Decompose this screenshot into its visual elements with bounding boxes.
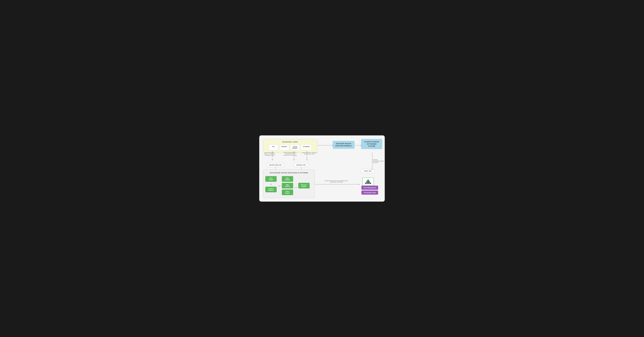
banking-core-box: BANKING CORE FIS FISERV JACKHENRY OTHERS bbox=[263, 139, 317, 153]
col-arrow-1 bbox=[270, 183, 272, 185]
arrow-down-icon bbox=[294, 159, 295, 161]
h-arrow-col1-col2 bbox=[278, 177, 280, 195]
h-arrow-col2-col3 bbox=[294, 180, 297, 195]
feature-platform-box: FeaturePlatform bbox=[265, 187, 277, 192]
platform-col1: DataStudio FeaturePlatform bbox=[265, 176, 277, 195]
arrow-down-icon bbox=[306, 159, 308, 161]
arrow-down-icon bbox=[272, 159, 273, 161]
banking-item-fis: FIS bbox=[269, 144, 278, 150]
client-fraud-title: CLIENT'S FRAUDACTIONINGSYSTEM bbox=[363, 141, 380, 147]
arrow-banking-to-rules bbox=[318, 145, 333, 146]
v-arrow-client-down bbox=[372, 152, 373, 170]
banking-item-fiserv: FISERV bbox=[279, 144, 289, 150]
existing-rules-title: EXISTING RULES/EXISTING MODELS bbox=[335, 143, 352, 147]
knowledge-graph-box: Knowledge Graph bbox=[362, 191, 378, 195]
monitor-screen bbox=[362, 178, 374, 186]
case-management-box: Case Management bbox=[362, 186, 378, 190]
platform-col3: DecisionEngine bbox=[298, 176, 310, 195]
banking-item-jackhenry: JACKHENRY bbox=[290, 144, 300, 150]
platform-col2: UMLModels SMLModels RulesEngine bbox=[282, 176, 293, 195]
detection-api-label: DETECTION API bbox=[269, 164, 282, 166]
label-labels-bl: LABELS, BL/WL UPDATES, ADDITIONAL INFO bbox=[301, 152, 318, 155]
arrow-right-icon bbox=[296, 187, 297, 188]
platform-box: DATAVISOR FRAUD DECISION PLATFORM DataSt… bbox=[263, 170, 315, 198]
post-api-label: POST API bbox=[364, 170, 372, 172]
sml-models-box: SMLModels bbox=[282, 183, 293, 188]
decision-engine-box: DecisionEngine bbox=[298, 183, 310, 188]
arrow-platform-right bbox=[315, 184, 360, 185]
label-review-decisions: REVIEW DECISIONS, BL/WL UPDATES bbox=[373, 159, 384, 163]
banking-item-others: OTHERS bbox=[301, 144, 312, 150]
banking-core-title: BANKING CORE bbox=[266, 141, 315, 143]
update-api-label: UPDATE API bbox=[296, 164, 306, 166]
arrow-down-icon bbox=[270, 184, 272, 185]
platform-inner: DataStudio FeaturePlatform UMLModels SML… bbox=[265, 176, 312, 195]
arrow-rules-to-client bbox=[355, 145, 362, 146]
svg-rect-4 bbox=[368, 181, 369, 183]
arrow-head-right-icon bbox=[332, 145, 333, 146]
uml-models-box: UMLModels bbox=[282, 176, 293, 182]
main-diagram: BANKING CORE FIS FISERV JACKHENRY OTHERS… bbox=[259, 135, 385, 202]
label-registrations: REGISTRATIONS, PROFILE UPDATES, TRANSACT… bbox=[262, 152, 277, 156]
data-studio-box: DataStudio bbox=[265, 176, 277, 182]
banking-core-items: FIS FISERV JACKHENRY OTHERS bbox=[266, 144, 315, 150]
update-api-box: UPDATE API bbox=[294, 163, 308, 167]
monitor-graphic bbox=[364, 179, 372, 184]
detection-api-box: DETECTION API bbox=[267, 163, 284, 167]
arrow-head-right-icon bbox=[361, 145, 362, 146]
rules-engine-box: RulesEngine bbox=[282, 189, 293, 195]
client-fraud-box: CLIENT'S FRAUDACTIONINGSYSTEM bbox=[361, 139, 382, 149]
label-detection-results: DETECTION RESULTS, ENHANCED DATA, ADVANC… bbox=[282, 152, 298, 156]
arrow-head-right-icon bbox=[359, 184, 360, 185]
arrow-right-icon bbox=[280, 185, 280, 187]
platform-title: DATAVISOR FRAUD DECISION PLATFORM bbox=[265, 172, 312, 174]
existing-rules-box: EXISTING RULES/EXISTING MODELS bbox=[333, 141, 354, 149]
arrow-down-icon bbox=[372, 169, 373, 170]
right-col: Case Management Knowledge Graph bbox=[362, 186, 378, 195]
label-detection-resuts: DETECTION RESUTS, ENHANCED DATA, ADVANCE… bbox=[324, 180, 350, 183]
